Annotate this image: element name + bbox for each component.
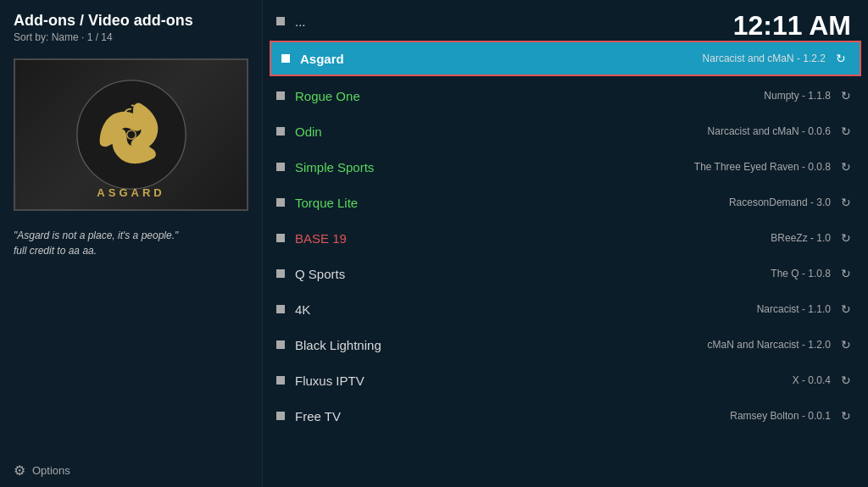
asgard-logo-bg: ASGARD xyxy=(15,60,247,209)
gear-icon: ⚙ xyxy=(14,462,25,479)
addon-logo-text: ASGARD xyxy=(97,186,164,199)
right-panel: 12:11 AM ...AsgardNarcacist and cMaN - 1… xyxy=(263,0,868,487)
list-bullet xyxy=(276,305,285,313)
item-name: Simple Sports xyxy=(295,160,694,174)
sort-info: Sort by: Name · 1 / 14 xyxy=(14,31,248,43)
item-name: Rogue One xyxy=(295,89,764,103)
update-icon: ↻ xyxy=(837,87,854,104)
list-item[interactable]: Fluxus IPTVX - 0.0.4↻ xyxy=(263,362,868,398)
list-item[interactable]: Free TVRamsey Bolton - 0.0.1↻ xyxy=(263,398,868,434)
item-name: Black Lightning xyxy=(295,338,708,352)
item-meta: cMaN and Narcacist - 1.2.0 xyxy=(708,339,831,351)
list-item[interactable]: Simple SportsThe Three Eyed Raven - 0.0.… xyxy=(263,149,868,185)
list-bullet xyxy=(281,54,290,63)
list-bullet xyxy=(276,269,285,278)
list-bullet xyxy=(276,198,285,207)
addon-description-text: "Asgard is not a place, it's a people."f… xyxy=(14,230,178,257)
item-name: Q Sports xyxy=(295,267,771,281)
addon-logo-svg xyxy=(76,80,186,190)
list-item[interactable]: Torque LiteRacesonDemand - 3.0↻ xyxy=(263,185,868,220)
page-title: Add-ons / Video add-ons xyxy=(14,12,248,30)
item-meta: X - 0.0.4 xyxy=(793,374,831,386)
item-name: Asgard xyxy=(300,52,703,66)
list-bullet xyxy=(276,163,285,171)
list-bullet xyxy=(276,376,285,385)
addon-description: "Asgard is not a place, it's a people."f… xyxy=(0,219,262,267)
item-name: BASE 19 xyxy=(295,231,771,246)
clock: 12:11 AM xyxy=(733,10,851,42)
item-name: Fluxus IPTV xyxy=(295,374,793,388)
svg-point-4 xyxy=(126,130,135,139)
header-section: Add-ons / Video add-ons Sort by: Name · … xyxy=(0,0,262,50)
options-label: Options xyxy=(32,464,70,477)
item-name: Torque Lite xyxy=(295,196,729,210)
list-bullet xyxy=(276,234,285,242)
update-icon: ↻ xyxy=(837,301,854,318)
addon-image: ASGARD xyxy=(14,58,248,211)
list-bullet xyxy=(276,412,285,420)
update-icon: ↻ xyxy=(837,158,854,175)
update-icon: ↻ xyxy=(837,230,854,246)
list-item[interactable]: BASE 19BReeZz - 1.0↻ xyxy=(263,220,868,256)
item-meta: Narcacist and cMaN - 0.0.6 xyxy=(708,125,831,137)
item-meta: Narcacist and cMaN - 1.2.2 xyxy=(703,53,826,64)
item-meta: The Q - 1.0.8 xyxy=(771,268,831,279)
item-name: Free TV xyxy=(295,409,730,423)
left-panel: Add-ons / Video add-ons Sort by: Name · … xyxy=(0,0,263,487)
main-layout: Add-ons / Video add-ons Sort by: Name · … xyxy=(0,0,868,487)
item-meta: Narcacist - 1.1.0 xyxy=(757,303,831,315)
item-meta: BReeZz - 1.0 xyxy=(771,232,831,244)
addon-list: ...AsgardNarcacist and cMaN - 1.2.2↻Rogu… xyxy=(263,0,868,487)
item-meta: The Three Eyed Raven - 0.0.8 xyxy=(694,161,831,173)
item-name: 4K xyxy=(295,302,757,317)
item-meta: RacesonDemand - 3.0 xyxy=(729,196,831,208)
list-bullet xyxy=(276,340,285,349)
update-icon: ↻ xyxy=(837,123,854,140)
update-icon: ↻ xyxy=(837,336,854,353)
list-bullet xyxy=(276,17,285,25)
list-bullet xyxy=(276,91,285,100)
update-icon: ↻ xyxy=(837,372,854,389)
list-item[interactable]: AsgardNarcacist and cMaN - 1.2.2↻ xyxy=(270,41,861,76)
list-bullet xyxy=(276,127,285,136)
list-item[interactable]: 4KNarcacist - 1.1.0↻ xyxy=(263,291,868,327)
item-meta: Ramsey Bolton - 0.0.1 xyxy=(730,410,831,422)
list-item[interactable]: Rogue OneNumpty - 1.1.8↻ xyxy=(263,78,868,113)
list-item[interactable]: Black LightningcMaN and Narcacist - 1.2.… xyxy=(263,327,868,362)
list-item[interactable]: OdinNarcacist and cMaN - 0.0.6↻ xyxy=(263,113,868,149)
list-item[interactable]: Q SportsThe Q - 1.0.8↻ xyxy=(263,256,868,291)
update-icon: ↻ xyxy=(832,50,849,67)
options-bar[interactable]: ⚙ Options xyxy=(0,454,262,487)
update-icon: ↻ xyxy=(837,194,854,211)
item-meta: Numpty - 1.1.8 xyxy=(764,90,831,102)
update-icon: ↻ xyxy=(837,407,854,424)
update-icon: ↻ xyxy=(837,265,854,282)
item-name: Odin xyxy=(295,125,708,139)
